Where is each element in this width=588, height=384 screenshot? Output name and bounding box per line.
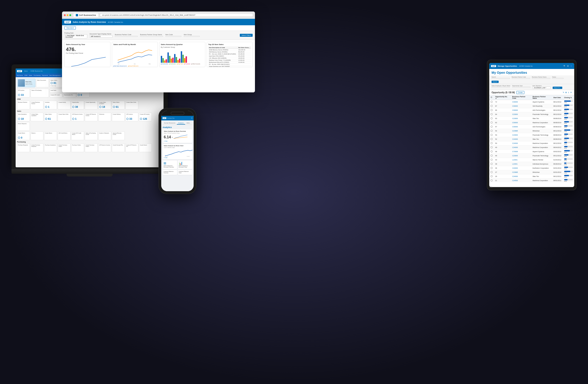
tile-ar-invoices2[interactable]: A/R Invoices ⬡ 33 bbox=[126, 113, 138, 121]
opp-number[interactable]: 62 bbox=[494, 121, 511, 125]
tablet-search-btn[interactable]: Search bbox=[492, 81, 499, 83]
opp-number[interactable]: 43 bbox=[494, 158, 511, 162]
tab-hr[interactable]: Human Resources bbox=[163, 122, 177, 125]
phone-view-link[interactable]: ⟳ View bbox=[164, 140, 191, 142]
maximize-button[interactable] bbox=[69, 14, 71, 16]
tablet-search-icon[interactable]: 🔍 bbox=[564, 65, 566, 67]
row-checkbox[interactable] bbox=[491, 171, 492, 173]
tile-pur-create-ap[interactable]: Create A/P Reserve PO bbox=[126, 143, 138, 152]
tile-grpo[interactable]: Goods in Shipment bbox=[98, 131, 111, 140]
tile-create-ar-inv[interactable]: Create A/R Invoice ⬡ 126 bbox=[139, 113, 152, 121]
tablet-settings-icon[interactable]: ⚙ bbox=[567, 65, 569, 67]
tablet-create-btn[interactable]: Create bbox=[516, 91, 524, 94]
tile-ar-credit2[interactable]: A/R Credit Memo bbox=[58, 131, 70, 140]
tile-crm-create-bp[interactable]: Create Business Partner bbox=[31, 101, 43, 109]
opp-number[interactable]: 49 bbox=[494, 146, 511, 149]
phone-balance-chart-card[interactable]: Customer Balances Chart bbox=[178, 170, 192, 175]
opp-number[interactable]: 27 bbox=[494, 170, 511, 174]
opp-number[interactable]: 50 bbox=[494, 141, 511, 146]
tablet-refresh-icon[interactable]: ⟳ bbox=[570, 91, 572, 94]
nav-my-home[interactable]: My Home bbox=[17, 75, 23, 76]
tile-crm-activities[interactable]: Activities ⬡ 1 bbox=[44, 101, 57, 109]
tablet-input-search[interactable] bbox=[492, 78, 510, 79]
row-checkbox[interactable] bbox=[491, 105, 492, 107]
row-checkbox[interactable] bbox=[491, 113, 492, 115]
tile-pur-create-req[interactable]: Create Purchase Requests bbox=[31, 143, 43, 152]
tile-approve-goods[interactable]: Approve/Receive Goods bbox=[112, 131, 125, 140]
filter-input-itemcode[interactable] bbox=[165, 36, 181, 37]
tile-returns[interactable]: Returns bbox=[31, 131, 43, 140]
filter-input-itemgroup[interactable] bbox=[184, 36, 200, 37]
tablet-input-user-sig[interactable]: -ACURRENT_USR * bbox=[532, 87, 551, 89]
close-button[interactable] bbox=[64, 14, 66, 16]
phone-doc-overview-card[interactable]: ⊞ Sales Analysis by Document Overview bbox=[163, 160, 177, 169]
tile-crm-bp[interactable]: Business Partners bbox=[17, 101, 30, 109]
tile-pur-requests[interactable]: Purchase Requests bbox=[17, 143, 30, 152]
tile-pur-goods-receipt[interactable]: Goods Receipt POs bbox=[112, 143, 125, 152]
row-checkbox[interactable] bbox=[491, 175, 492, 177]
tablet-filter-icon[interactable]: ⊞ bbox=[565, 91, 567, 94]
tile-return-requests[interactable]: Return Requests bbox=[17, 122, 30, 131]
row-checkbox[interactable] bbox=[491, 134, 492, 136]
opp-number[interactable]: 53 bbox=[494, 133, 511, 137]
tab-admin[interactable]: Admi... bbox=[185, 122, 192, 125]
filter-input-bpgroup[interactable] bbox=[140, 36, 163, 37]
col-bp-code[interactable]: Business Partner Code bbox=[511, 95, 531, 100]
nav-crm[interactable]: CRM bbox=[24, 75, 28, 76]
row-checkbox[interactable] bbox=[491, 150, 492, 152]
tile-create-ar-reserve[interactable]: Create A/R Reserve Invoice bbox=[85, 113, 98, 121]
tablet-user-icon[interactable]: 👤 bbox=[570, 65, 572, 67]
opp-number[interactable]: 72 bbox=[494, 100, 511, 104]
col-start-date[interactable]: Start Date bbox=[552, 95, 563, 100]
filter-input-doctype[interactable]: A/R Invoice & bbox=[90, 35, 113, 38]
col-opp-no[interactable]: Opportunity No. ▲ bbox=[494, 95, 511, 100]
opp-number[interactable]: 52 bbox=[494, 137, 511, 141]
nav-sales[interactable]: Sales bbox=[29, 75, 32, 76]
filter-input-posting[interactable]: 1 Year Begin - Month End 01/1/2023 bbox=[64, 34, 87, 38]
row-checkbox[interactable] bbox=[491, 138, 492, 140]
tablet-edit-icon[interactable]: ✎ bbox=[563, 91, 564, 94]
tile-pur-quotes[interactable]: Purchase Quotations bbox=[44, 143, 57, 152]
phone-view-link2[interactable]: ⟳ View bbox=[164, 157, 191, 158]
tile-pur-orders[interactable]: Purchase Orders bbox=[71, 143, 84, 152]
tablet-input-sales-emp[interactable] bbox=[492, 87, 510, 87]
phone-menu-icon[interactable]: ☰ bbox=[191, 117, 192, 119]
row-checkbox[interactable] bbox=[491, 159, 492, 161]
row-checkbox[interactable] bbox=[491, 167, 492, 169]
tablet-export-icon[interactable]: ⤓ bbox=[568, 91, 569, 94]
row-checkbox[interactable] bbox=[491, 117, 492, 119]
tile-sales-documents[interactable]: Sales Documents bbox=[36, 79, 49, 87]
row-checkbox[interactable] bbox=[491, 142, 492, 144]
row-checkbox[interactable] bbox=[491, 179, 492, 181]
tile-sales-orders[interactable]: Sales Orders ⬡ 81 2 days ago bbox=[50, 79, 63, 87]
browser-tab[interactable]: SAP BusinessOne bbox=[74, 13, 98, 17]
tile-create-return3[interactable]: Create Return bbox=[44, 131, 57, 140]
tile-create-delivery[interactable]: Create Delivery bbox=[112, 113, 125, 121]
opp-number[interactable]: 66 bbox=[494, 108, 511, 112]
row-checkbox[interactable] bbox=[491, 146, 492, 148]
col-closing-pct[interactable]: Closing % bbox=[563, 95, 574, 100]
tile-sales-create-so[interactable]: Create Sales Order bbox=[58, 113, 70, 121]
opp-number[interactable]: 63 bbox=[494, 117, 511, 121]
nav-item-management[interactable]: Item Management bbox=[49, 75, 61, 76]
tablet-input-bp-name[interactable] bbox=[532, 78, 550, 79]
tile-create-credit[interactable]: Create A/R Credit bbox=[50, 93, 63, 97]
tile-sales-create-quote[interactable]: Create Sales Quotation bbox=[31, 113, 43, 121]
tablet-table-container[interactable]: ☐ Opportunity No. ▲ Business Partner Cod… bbox=[489, 95, 574, 182]
filter-input-bpcode[interactable] bbox=[115, 36, 138, 37]
tile-create-ar-credit[interactable]: Create A/R Credit Memo bbox=[71, 131, 84, 140]
minimize-button[interactable] bbox=[67, 14, 68, 16]
opp-number[interactable]: 26 bbox=[494, 174, 511, 179]
tile-final-income[interactable]: Final Income Ybr bbox=[63, 93, 76, 97]
opp-number[interactable]: 46 bbox=[494, 154, 511, 158]
opp-number[interactable]: 57 bbox=[494, 125, 511, 129]
opp-number[interactable]: 64 bbox=[494, 112, 511, 117]
tab-analytics[interactable]: Analytics bbox=[177, 122, 185, 125]
row-checkbox[interactable] bbox=[491, 163, 492, 165]
tile-pur-ap-reserve[interactable]: A/P Reserve Invoices bbox=[98, 143, 111, 152]
tile-deliveries2[interactable]: Deliveries bbox=[98, 113, 111, 121]
nav-payments[interactable]: Payments bbox=[42, 75, 48, 76]
tablet-attach-btn[interactable]: Attach Fil... bbox=[553, 87, 562, 89]
tile-crm-sales-orders[interactable]: Sales Orders ⬡ 61 bbox=[112, 101, 125, 109]
row-checkbox[interactable] bbox=[491, 101, 492, 103]
